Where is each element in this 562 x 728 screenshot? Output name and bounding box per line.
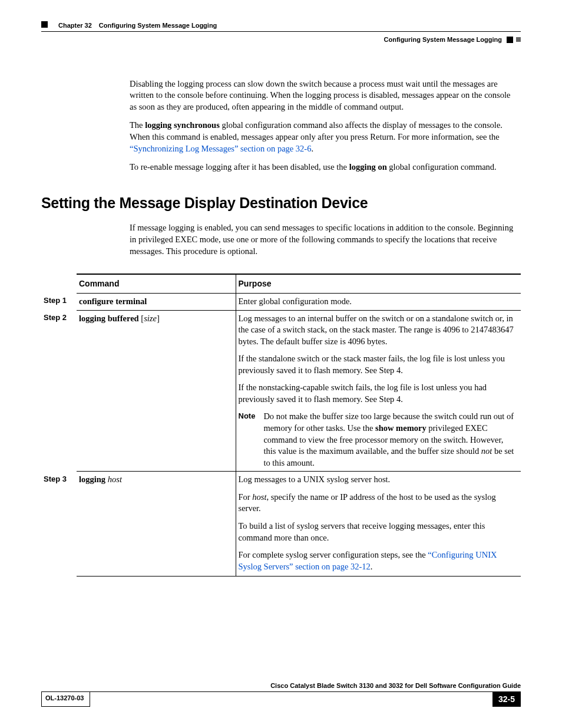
page-footer: Cisco Catalyst Blade Switch 3130 and 303… — [41, 681, 521, 707]
deco-square-icon — [516, 37, 521, 42]
col-purpose: Purpose — [236, 274, 521, 293]
running-header: Chapter 32 Configuring System Message Lo… — [41, 21, 521, 32]
step-label: Step 3 — [41, 472, 77, 577]
purpose-cell: Log messages to a UNIX syslog server hos… — [236, 472, 521, 577]
purpose-cell: Enter global configuration mode. — [236, 293, 521, 310]
command-cell: logging buffered [size] — [77, 310, 236, 472]
sync-log-link[interactable]: “Synchronizing Log Messages” section on … — [130, 144, 311, 153]
section-intro-p: If message logging is enabled, you can s… — [130, 222, 515, 257]
section-title: Setting the Message Display Destination … — [41, 193, 521, 213]
note-block: Note Do not make the buffer size too lar… — [239, 411, 518, 469]
step-label: Step 1 — [41, 293, 77, 310]
col-command: Command — [77, 274, 236, 293]
chapter-num: Chapter 32 — [58, 21, 92, 30]
purpose-cell: Log messages to an internal buffer on th… — [236, 310, 521, 472]
note-text: Do not make the buffer size too large be… — [263, 411, 517, 469]
deco-square-icon — [507, 37, 513, 43]
steps-table: Command Purpose Step 1 configure termina… — [41, 274, 521, 577]
section-intro: If message logging is enabled, you can s… — [130, 222, 515, 257]
command-cell: configure terminal — [77, 293, 236, 310]
footer-guide: Cisco Catalyst Blade Switch 3130 and 303… — [41, 681, 521, 692]
section-header: Configuring System Message Logging — [41, 35, 521, 44]
table-row: Step 1 configure terminal Enter global c… — [41, 293, 521, 310]
intro-p2: The logging synchronous global configura… — [130, 120, 515, 154]
intro-text: Disabling the logging process can slow d… — [130, 78, 515, 173]
table-row: Step 3 logging host Log messages to a UN… — [41, 472, 521, 577]
command-cell: logging host — [77, 472, 236, 577]
header-square-icon — [41, 21, 48, 28]
intro-p3: To re-enable message logging after it ha… — [130, 162, 515, 173]
chapter-title: Configuring System Message Logging — [99, 21, 217, 30]
step-label: Step 2 — [41, 310, 77, 472]
table-row: Step 2 logging buffered [size] Log messa… — [41, 310, 521, 472]
intro-p1: Disabling the logging process can slow d… — [130, 78, 515, 113]
note-label: Note — [239, 411, 264, 469]
page-number: 32-5 — [492, 692, 521, 707]
section-name: Configuring System Message Logging — [384, 35, 502, 44]
doc-id: OL-13270-03 — [41, 692, 90, 707]
